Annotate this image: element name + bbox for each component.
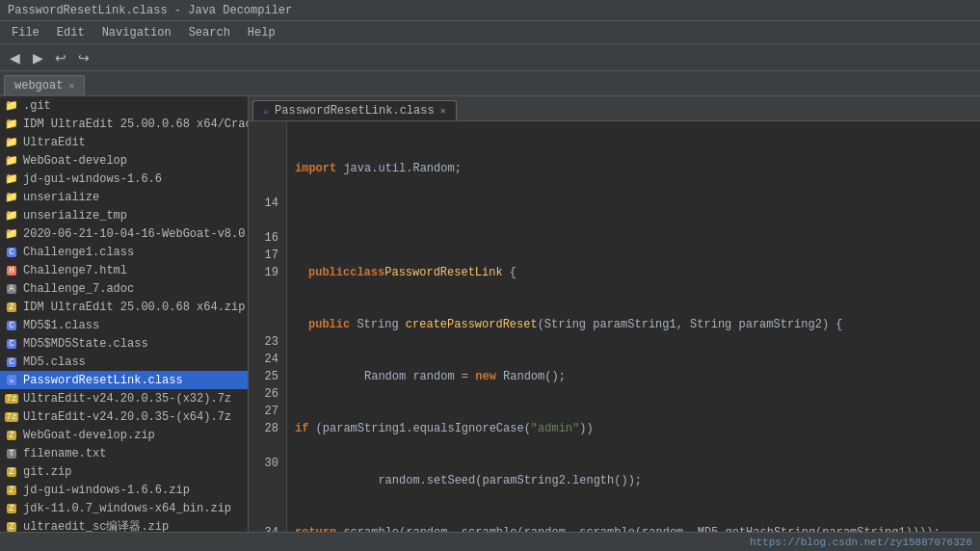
sidebar-item-webgoat-zip[interactable]: 📁 2020-06-21-10-04-16-WebGoat-v8.0.0.M26… [0,224,248,243]
class-icon: C [4,245,19,260]
class-icon: C [4,354,19,370]
project-tab-close[interactable]: ✕ [68,80,74,92]
zip-icon: Z [4,501,19,516]
sidebar-item-label: unserialize [23,191,99,204]
toolbar: ◀ ▶ ↩ ↪ [0,44,980,71]
back-button[interactable]: ◀ [4,47,25,68]
sidebar-item-md5-state[interactable]: C MD5$MD5State.class [0,334,248,353]
code-editor[interactable]: 14 16 17 19 23 24 25 26 27 28 30 [249,121,980,532]
menu-file[interactable]: File [4,24,47,41]
sidebar: 📁 .git 📁 IDM UltraEdit 25.00.0.68 x64/Cr… [0,96,249,532]
sidebar-item-label: unserialize_tmp [23,209,127,223]
title-bar: PasswordResetLink.class - Java Decompile… [0,0,980,21]
tgz-icon: 7z [4,391,19,407]
zip-icon: Z [4,428,19,443]
folder-icon: 📁 [4,208,19,223]
sidebar-item-passwordresetlink[interactable]: ☕ PasswordResetLink.class [0,371,248,389]
sidebar-item-label: Challenge1.class [23,246,134,259]
title-text: PasswordResetLink.class - Java Decompile… [8,4,292,17]
sidebar-item-label: filename.txt [23,447,106,460]
sidebar-item-webgoat-develop[interactable]: 📁 WebGoat-develop [0,151,248,170]
sidebar-item-label: UltraEdit [23,136,86,149]
zip-icon: Z [4,483,19,498]
txt-icon: T [4,446,19,461]
sidebar-item-unserialize[interactable]: 📁 unserialize [0,188,248,206]
zip-icon: Z [4,300,19,315]
sidebar-item-label: Challenge_7.adoc [23,282,134,296]
code-line: public class PasswordResetLink { [295,264,980,281]
folder-icon: 📁 [4,153,19,169]
tab-java-icon: ☕ [263,105,269,117]
sidebar-item-label: ultraedit_sc编译器.zip [23,518,169,532]
sidebar-item-ultraedit-sc[interactable]: Z ultraedit_sc编译器.zip [0,517,248,532]
sidebar-item-label: MD5.class [23,355,86,369]
code-line: import java.util.Random; [295,160,980,177]
sidebar-item-challenge1[interactable]: C Challenge1.class [0,243,248,261]
menu-search[interactable]: Search [181,24,238,41]
sidebar-item-label: WebGoat-develop.zip [23,429,155,442]
sidebar-item-label: PasswordResetLink.class [23,374,183,387]
status-url: https://blog.csdn.net/zy15887076326 [750,537,972,548]
code-line: return scramble(random, scramble(random,… [295,524,980,532]
html-icon: H [4,263,19,278]
sidebar-item-unserialize-tmp[interactable]: 📁 unserialize_tmp [0,206,248,224]
sidebar-item-git[interactable]: 📁 .git [0,96,248,115]
decompiler-icon: ☕ [4,373,19,388]
sidebar-item-jdgui-zip[interactable]: Z jd-gui-windows-1.6.6.zip [0,481,248,499]
line-numbers: 14 16 17 19 23 24 25 26 27 28 30 [249,121,287,532]
sidebar-item-label: Challenge7.html [23,264,127,277]
code-line: if (paramString1.equalsIgnoreCase("admin… [295,420,980,437]
sidebar-item-label: .git [23,99,51,113]
project-tab-webgoat[interactable]: webgoat ✕ [4,75,85,95]
sidebar-item-label: MD5$MD5State.class [23,337,148,351]
code-area: ☕ PasswordResetLink.class ✕ 14 16 17 19 [249,96,980,532]
menu-navigation[interactable]: Navigation [94,24,179,41]
code-line: Random random = new Random(); [295,368,980,385]
sidebar-item-label: WebGoat-develop [23,154,127,168]
editor-tab-passwordresetlink[interactable]: ☕ PasswordResetLink.class ✕ [252,100,457,120]
sidebar-item-jdgui[interactable]: 📁 jd-gui-windows-1.6.6 [0,170,248,188]
sidebar-item-ultraedit[interactable]: 📁 UltraEdit [0,133,248,151]
sidebar-item-webgoat-zip2[interactable]: Z WebGoat-develop.zip [0,426,248,444]
sidebar-item-label: 2020-06-21-10-04-16-WebGoat-v8.0.0.M26.z [23,227,249,241]
sidebar-item-label: jd-gui-windows-1.6.6 [23,172,162,186]
sidebar-item-ultraedit-x32[interactable]: 7z UltraEdit-v24.20.0.35-(x32).7z [0,389,248,407]
sidebar-item-git-zip[interactable]: Z git.zip [0,462,248,481]
sidebar-item-md5[interactable]: C MD5.class [0,353,248,371]
status-bar: https://blog.csdn.net/zy15887076326 [0,532,980,551]
sidebar-item-challenge7html[interactable]: H Challenge7.html [0,261,248,279]
folder-icon: 📁 [4,226,19,242]
code-line: random.setSeed(paramString2.length()); [295,472,980,489]
sidebar-item-label: IDM UltraEdit 25.00.0.68 x64/Crack [23,118,249,131]
menu-edit[interactable]: Edit [49,24,93,41]
sidebar-item-idm-crack[interactable]: 📁 IDM UltraEdit 25.00.0.68 x64/Crack [0,115,248,133]
code-line: public String createPasswordReset(String… [295,316,980,333]
forward-button[interactable]: ▶ [27,47,48,68]
class-icon: C [4,336,19,352]
editor-tab-close[interactable]: ✕ [440,105,446,117]
redo-button[interactable]: ↪ [73,47,94,68]
sidebar-item-filename[interactable]: T filename.txt [0,444,248,462]
project-tabs: webgoat ✕ [0,71,980,96]
sidebar-item-challenge7adoc[interactable]: A Challenge_7.adoc [0,279,248,298]
sidebar-item-idm-zip[interactable]: Z IDM UltraEdit 25.00.0.68 x64.zip [0,298,248,316]
project-tab-label: webgoat [14,79,63,92]
code-content: import java.util.Random; public class Pa… [287,121,980,532]
code-line [295,212,980,229]
sidebar-item-md5-1[interactable]: C MD5$1.class [0,316,248,334]
sidebar-item-label: MD5$1.class [23,319,99,332]
editor-tab-label: PasswordResetLink.class [275,104,435,118]
sidebar-item-label: UltraEdit-v24.20.0.35-(x32).7z [23,392,231,406]
folder-icon: 📁 [4,98,19,114]
menu-bar: File Edit Navigation Search Help [0,21,980,44]
sidebar-item-label: jd-gui-windows-1.6.6.zip [23,484,190,497]
undo-button[interactable]: ↩ [50,47,71,68]
sidebar-item-ultraedit-x64[interactable]: 7z UltraEdit-v24.20.0.35-(x64).7z [0,407,248,426]
folder-icon: 📁 [4,135,19,150]
main-content: 📁 .git 📁 IDM UltraEdit 25.00.0.68 x64/Cr… [0,96,980,532]
menu-help[interactable]: Help [240,24,283,41]
tgz-icon: 7z [4,409,19,425]
sidebar-item-label: git.zip [23,465,71,479]
zip-icon: Z [4,464,19,480]
sidebar-item-jdk-zip[interactable]: Z jdk-11.0.7_windows-x64_bin.zip [0,499,248,517]
